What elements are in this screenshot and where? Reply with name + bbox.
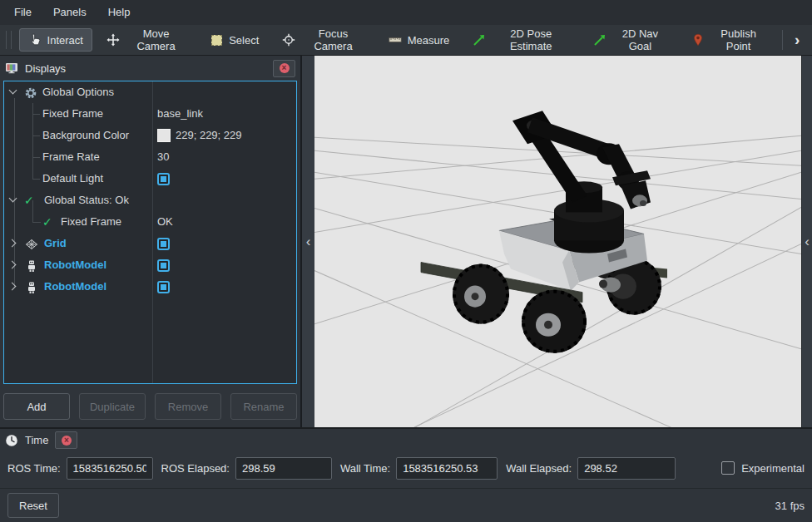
time-panel-titlebar: Time bbox=[0, 429, 812, 451]
time-fields-row: ROS Time: ROS Elapsed: Wall Time: Wall E… bbox=[0, 451, 812, 485]
grid-enabled-checkbox[interactable] bbox=[157, 238, 170, 250]
robotmodel-enabled-checkbox[interactable] bbox=[157, 259, 170, 272]
ruler-icon bbox=[389, 33, 402, 47]
tool-label: 2D Nav Goal bbox=[612, 27, 668, 52]
crosshair-icon bbox=[282, 33, 295, 47]
displays-panel-titlebar: Displays bbox=[0, 56, 300, 81]
pose-estimate-tool-button[interactable]: 2D Pose Estimate bbox=[463, 22, 579, 57]
expander-icon[interactable] bbox=[9, 261, 17, 269]
collapse-left-chevron-icon[interactable]: ‹ bbox=[306, 234, 311, 249]
measure-tool-button[interactable]: Measure bbox=[379, 28, 459, 52]
move-arrows-icon bbox=[106, 33, 120, 47]
property-name: Global Status: Ok bbox=[44, 190, 129, 211]
tool-label: 2D Pose Estimate bbox=[492, 27, 570, 52]
collapse-right-chevron-icon[interactable]: ‹ bbox=[805, 234, 810, 249]
duplicate-display-button[interactable]: Duplicate bbox=[79, 393, 146, 420]
robotmodel2-enabled-checkbox[interactable] bbox=[157, 281, 170, 293]
ros-time-input[interactable] bbox=[67, 457, 153, 480]
tool-label: Measure bbox=[408, 34, 450, 47]
displays-tree: Global Options Fixed Frame base_link Bac… bbox=[3, 81, 297, 384]
default-light-checkbox[interactable] bbox=[157, 173, 170, 185]
ros-elapsed-label: ROS Elapsed: bbox=[161, 462, 230, 475]
interact-tool-button[interactable]: Interact bbox=[19, 28, 92, 52]
expander-icon[interactable] bbox=[9, 196, 17, 204]
property-value[interactable]: base_link bbox=[157, 103, 203, 125]
time-panel-title: Time bbox=[25, 434, 48, 446]
tree-row-grid-display[interactable]: Grid bbox=[4, 233, 296, 254]
tree-row-robotmodel-display[interactable]: RobotModel bbox=[4, 254, 296, 276]
displays-close-button[interactable] bbox=[273, 60, 295, 77]
time-panel: Time ROS Time: ROS Elapsed: Wall Time: W… bbox=[0, 427, 812, 488]
expander-icon[interactable] bbox=[9, 283, 17, 291]
select-tool-button[interactable]: Select bbox=[201, 28, 268, 52]
tree-row-robotmodel2-display[interactable]: RobotModel bbox=[4, 276, 296, 298]
expander-icon[interactable] bbox=[9, 239, 17, 248]
nav-goal-tool-button[interactable]: 2D Nav Goal bbox=[584, 22, 677, 57]
3d-viewport[interactable] bbox=[314, 56, 801, 427]
add-display-button[interactable]: Add bbox=[3, 393, 70, 420]
hand-cursor-icon bbox=[28, 33, 42, 47]
displays-panel: Displays Gl bbox=[0, 56, 302, 427]
move-camera-tool-button[interactable]: Move Camera bbox=[97, 22, 196, 57]
panel-collapse-strip-right: ‹ bbox=[801, 56, 812, 427]
close-icon bbox=[280, 63, 290, 73]
ros-elapsed-input[interactable] bbox=[235, 457, 332, 480]
tree-row-fixed-frame[interactable]: Fixed Frame base_link bbox=[4, 103, 296, 125]
green-pose-arrow-icon bbox=[593, 33, 607, 47]
selection-marquee-icon bbox=[210, 33, 223, 47]
reset-button[interactable]: Reset bbox=[7, 493, 59, 518]
toolbar-grip-handle[interactable] bbox=[6, 31, 12, 49]
display-name: Grid bbox=[44, 233, 67, 254]
displays-monitor-icon bbox=[5, 62, 18, 75]
status-ok-check-icon: ✓ bbox=[42, 211, 52, 233]
toolbar-separator bbox=[782, 30, 783, 50]
property-name: Frame Rate bbox=[42, 146, 100, 168]
wall-time-input[interactable] bbox=[396, 457, 498, 480]
close-icon bbox=[62, 436, 72, 446]
status-ok-check-icon: ✓ bbox=[24, 190, 34, 211]
experimental-checkbox[interactable] bbox=[721, 461, 735, 475]
property-name: Global Options bbox=[42, 81, 114, 103]
tree-row-global-options[interactable]: Global Options bbox=[4, 81, 296, 103]
menu-panels[interactable]: Panels bbox=[42, 0, 97, 25]
statusbar: Reset 31 fps bbox=[0, 488, 812, 522]
tree-row-fixed-frame-status[interactable]: ✓ Fixed Frame OK bbox=[4, 211, 296, 233]
tree-row-frame-rate[interactable]: Frame Rate 30 bbox=[4, 146, 296, 168]
ros-time-label: ROS Time: bbox=[7, 462, 61, 475]
tree-row-global-status[interactable]: ✓ Global Status: Ok bbox=[4, 190, 296, 211]
tool-label: Focus Camera bbox=[301, 27, 364, 52]
menu-help[interactable]: Help bbox=[97, 0, 141, 25]
toolbar-overflow-button[interactable]: › bbox=[785, 28, 809, 52]
gear-icon bbox=[24, 86, 37, 99]
expander-icon[interactable] bbox=[9, 88, 17, 96]
wall-time-label: Wall Time: bbox=[340, 462, 390, 475]
menubar: File Panels Help bbox=[0, 0, 812, 25]
grid-icon bbox=[25, 237, 38, 250]
display-name: RobotModel bbox=[44, 276, 106, 298]
color-swatch[interactable] bbox=[157, 129, 171, 142]
menu-file[interactable]: File bbox=[3, 0, 42, 25]
property-name: Fixed Frame bbox=[61, 211, 121, 233]
property-value: 229; 229; 229 bbox=[176, 125, 242, 146]
property-value[interactable]: 30 bbox=[157, 146, 169, 168]
displays-panel-title: Displays bbox=[25, 62, 266, 75]
robot-icon bbox=[25, 259, 38, 272]
robot-model-render bbox=[421, 111, 667, 353]
tree-row-default-light[interactable]: Default Light bbox=[4, 168, 296, 190]
wall-elapsed-input[interactable] bbox=[577, 457, 676, 480]
focus-camera-tool-button[interactable]: Focus Camera bbox=[273, 22, 374, 57]
clock-icon bbox=[5, 434, 18, 447]
property-name: Background Color bbox=[42, 125, 129, 146]
fps-counter: 31 fps bbox=[775, 500, 805, 512]
publish-point-tool-button[interactable]: Publish Point bbox=[682, 22, 776, 57]
experimental-label: Experimental bbox=[741, 462, 805, 475]
robot-icon bbox=[25, 280, 38, 293]
tree-row-background-color[interactable]: Background Color 229; 229; 229 bbox=[4, 125, 296, 146]
property-name: Default Light bbox=[42, 168, 103, 190]
remove-display-button[interactable]: Remove bbox=[155, 393, 221, 420]
rename-display-button[interactable]: Rename bbox=[230, 393, 297, 420]
property-name: Fixed Frame bbox=[42, 103, 103, 125]
tool-label: Move Camera bbox=[126, 27, 186, 52]
time-close-button[interactable] bbox=[55, 431, 77, 449]
robot-scene-render bbox=[314, 56, 801, 427]
